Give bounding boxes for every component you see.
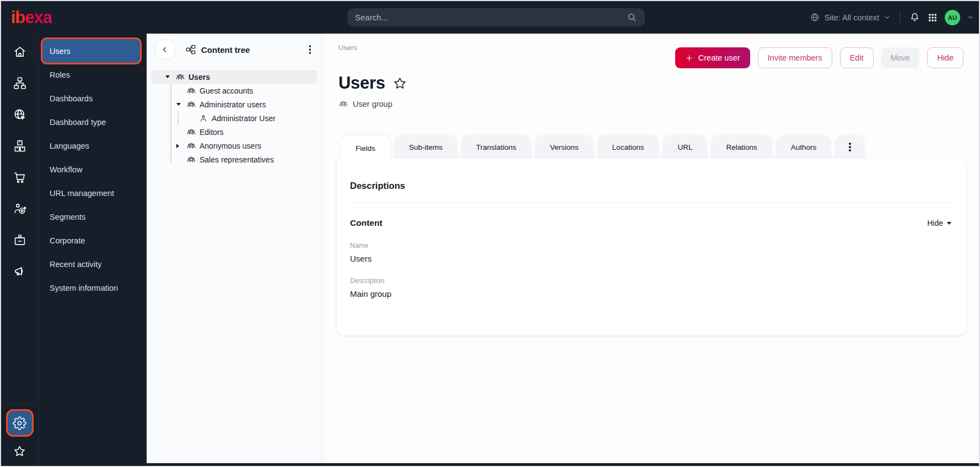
sidebar-item-languages[interactable]: Languages	[42, 134, 140, 158]
content-tree-icon	[185, 44, 196, 55]
rail-item-content[interactable]	[1, 67, 38, 99]
tree-item-guest-accounts[interactable]: Guest accounts	[151, 84, 317, 97]
notifications-button[interactable]	[909, 12, 920, 23]
field-value: Main group	[350, 289, 951, 298]
admin-sidebar: Users Roles Dashboards Dashboard type La…	[38, 34, 147, 466]
home-icon	[13, 45, 27, 59]
hide-button[interactable]: Hide	[927, 47, 963, 68]
tab-fields[interactable]: Fields	[341, 135, 390, 161]
user-group-icon	[186, 141, 196, 151]
bookmarks-star-icon	[13, 444, 26, 458]
caret-down-icon[interactable]	[176, 103, 186, 106]
sidebar-item-system-information[interactable]: System information	[42, 276, 140, 300]
tab-relations[interactable]: Relations	[711, 135, 772, 159]
marketing-megaphone-icon	[13, 264, 27, 279]
rail-item-site[interactable]	[1, 99, 38, 130]
app-window: ibexa Search... Site: All context AU	[0, 0, 980, 467]
tree-guide-line	[170, 84, 171, 162]
create-user-button[interactable]: Create user	[675, 47, 750, 68]
breadcrumb[interactable]: Users	[338, 44, 357, 52]
rail-item-customers[interactable]	[1, 193, 38, 224]
sidebar-item-roles[interactable]: Roles	[42, 63, 140, 86]
caret-down-icon[interactable]	[165, 75, 175, 78]
tree-item-label: Users	[189, 73, 210, 82]
main-content: Users Create user Invite members Edit Mo…	[322, 34, 979, 463]
user-group-icon	[186, 155, 196, 165]
favorite-star-icon[interactable]	[392, 76, 407, 91]
main-menu-rail	[1, 34, 39, 466]
search-placeholder: Search...	[355, 13, 627, 22]
user-avatar[interactable]: AU	[945, 10, 960, 25]
tab-overflow[interactable]	[835, 135, 865, 159]
ibexa-logo[interactable]: ibexa	[11, 9, 52, 26]
site-context-label: Site: All context	[825, 13, 879, 22]
content-tree: Users Guest accounts Administrator users…	[147, 66, 321, 166]
site-context-selector[interactable]: Site: All context	[810, 12, 891, 23]
tree-options-kebab-icon[interactable]	[307, 43, 314, 56]
rail-item-marketing[interactable]	[1, 256, 38, 287]
settings-gear-icon	[13, 416, 26, 430]
collapse-section-button[interactable]: Hide	[927, 219, 951, 227]
sidebar-item-recent-activity[interactable]: Recent activity	[42, 252, 140, 276]
sidebar-item-url-management[interactable]: URL management	[42, 181, 140, 205]
tab-sub-items[interactable]: Sub-items	[394, 135, 457, 159]
sidebar-item-label: Roles	[50, 70, 70, 79]
sidebar-item-segments[interactable]: Segments	[42, 205, 140, 229]
chevron-down-icon[interactable]	[967, 14, 973, 20]
tab-translations[interactable]: Translations	[461, 135, 531, 159]
rail-item-commerce[interactable]	[1, 161, 38, 193]
tree-item-anonymous-users[interactable]: Anonymous users	[151, 139, 317, 153]
corporate-badge-icon	[13, 233, 27, 247]
bookmarks-button[interactable]	[13, 444, 26, 458]
collapse-tree-button[interactable]	[155, 40, 175, 59]
sidebar-item-users[interactable]: Users	[42, 39, 140, 63]
tree-item-sales-representatives[interactable]: Sales representatives	[151, 153, 317, 166]
field-name: Name Users	[350, 242, 951, 263]
sidebar-item-label: URL management	[50, 189, 114, 198]
field-label: Description	[350, 277, 951, 285]
sidebar-item-label: Recent activity	[50, 260, 101, 269]
tab-url[interactable]: URL	[663, 135, 707, 159]
rail-item-products[interactable]	[1, 130, 38, 161]
sidebar-item-corporate[interactable]: Corporate	[42, 229, 140, 252]
user-group-icon	[186, 86, 196, 96]
products-boxes-icon	[13, 139, 27, 153]
user-group-icon	[175, 72, 185, 82]
caret-down-icon	[947, 222, 951, 225]
field-label: Name	[350, 242, 951, 249]
rail-item-corporate[interactable]	[1, 224, 38, 256]
tree-item-users[interactable]: Users	[151, 70, 317, 84]
sidebar-item-dashboard-type[interactable]: Dashboard type	[42, 110, 140, 134]
admin-settings-button[interactable]	[8, 411, 32, 435]
tab-versions[interactable]: Versions	[535, 135, 594, 159]
content-tree-header: Content tree	[147, 34, 321, 66]
sidebar-item-label: Languages	[50, 142, 89, 150]
content-tree-panel: Content tree Users Guest accounts Admini…	[147, 34, 322, 463]
global-search-input[interactable]: Search...	[347, 8, 645, 26]
sidebar-item-dashboards[interactable]: Dashboards	[42, 86, 140, 110]
tab-locations[interactable]: Locations	[597, 135, 659, 159]
caret-right-icon[interactable]	[176, 144, 186, 148]
tree-item-administrator-user[interactable]: Administrator User	[151, 111, 317, 125]
app-grid-button[interactable]	[928, 13, 938, 23]
sidebar-item-workflow[interactable]: Workflow	[42, 158, 140, 181]
user-group-icon	[186, 127, 196, 137]
user-group-icon	[338, 99, 348, 109]
move-button[interactable]: Move	[881, 47, 919, 68]
tab-authors[interactable]: Authors	[776, 135, 832, 159]
sidebar-item-label: Corporate	[50, 236, 85, 245]
field-description: Description Main group	[350, 277, 951, 298]
invite-members-button[interactable]: Invite members	[758, 47, 832, 68]
edit-button[interactable]: Edit	[840, 47, 874, 68]
content-tree-title: Content tree	[185, 44, 250, 55]
plus-icon	[685, 54, 693, 62]
action-bar: Create user Invite members Edit Move Hid…	[675, 47, 963, 68]
user-icon	[198, 113, 208, 123]
commerce-cart-icon	[13, 170, 27, 184]
tree-item-editors[interactable]: Editors	[151, 125, 317, 139]
tree-item-label: Sales representatives	[200, 155, 274, 164]
bottom-edge-strip	[1, 463, 979, 466]
fields-card: Descriptions Content Hide Name Users Des…	[337, 159, 966, 335]
rail-item-home[interactable]	[1, 36, 38, 67]
tree-item-administrator-users[interactable]: Administrator users	[151, 97, 317, 111]
